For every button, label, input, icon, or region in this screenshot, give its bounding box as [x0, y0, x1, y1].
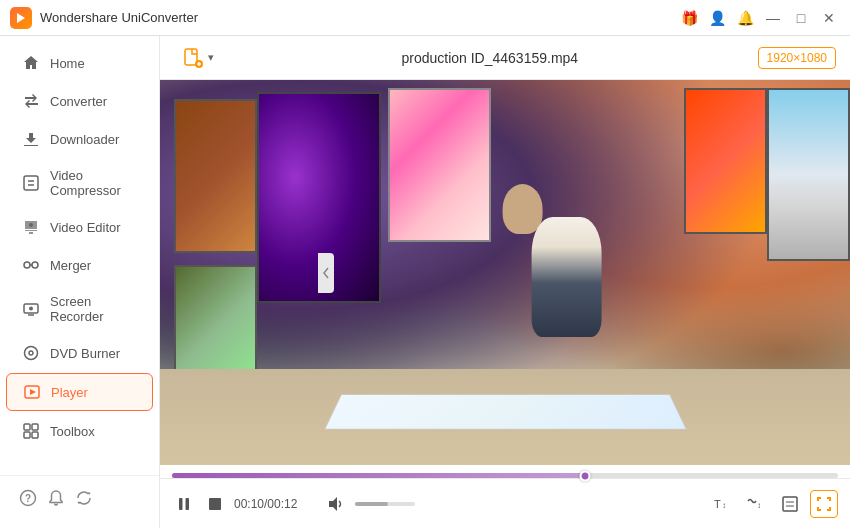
controls-right: T ↕ ↕: [708, 490, 838, 518]
converter-icon: [22, 92, 40, 110]
svg-rect-20: [186, 498, 190, 510]
svg-text:↕: ↕: [757, 501, 761, 510]
svg-rect-19: [179, 498, 183, 510]
sidebar-toggle[interactable]: [318, 253, 334, 293]
maximize-button[interactable]: □: [790, 7, 812, 29]
dropdown-arrow: ▾: [208, 51, 214, 64]
sidebar-item-dvd-burner[interactable]: DVD Burner: [6, 335, 153, 371]
volume-icon[interactable]: [321, 490, 349, 518]
sidebar-item-video-editor[interactable]: Video Editor: [6, 209, 153, 245]
add-file-button[interactable]: ▾: [174, 43, 222, 73]
gift-icon[interactable]: 🎁: [678, 7, 700, 29]
sidebar: Home Converter Downloader: [0, 36, 160, 528]
content-area: ▾ production ID_4463159.mp4 1920×1080: [160, 36, 850, 528]
sidebar-item-label-player: Player: [51, 385, 88, 400]
volume-slider[interactable]: [355, 502, 415, 506]
person-body: [532, 217, 602, 337]
svg-point-7: [25, 347, 38, 360]
sidebar-item-label-toolbox: Toolbox: [50, 424, 95, 439]
person-figure: [464, 184, 602, 396]
user-icon[interactable]: 👤: [706, 7, 728, 29]
volume-control: [321, 490, 415, 518]
sidebar-item-label-video-editor: Video Editor: [50, 220, 121, 235]
volume-fill: [355, 502, 388, 506]
audio-track-button[interactable]: ↕: [742, 490, 770, 518]
sidebar-item-screen-recorder[interactable]: Screen Recorder: [6, 285, 153, 333]
sidebar-item-home[interactable]: Home: [6, 45, 153, 81]
resolution-badge[interactable]: 1920×1080: [758, 47, 836, 69]
svg-rect-17: [185, 49, 197, 65]
home-icon: [22, 54, 40, 72]
painting-decoration: [767, 88, 850, 261]
app-logo: [10, 7, 32, 29]
window-controls: 🎁 👤 🔔 — □ ✕: [678, 7, 840, 29]
toolbox-icon: [22, 422, 40, 440]
sidebar-item-label-converter: Converter: [50, 94, 107, 109]
progress-thumb[interactable]: [579, 470, 590, 481]
sidebar-item-label-dvd-burner: DVD Burner: [50, 346, 120, 361]
svg-rect-13: [24, 432, 30, 438]
sidebar-item-player[interactable]: Player: [6, 373, 153, 411]
svg-rect-14: [32, 432, 38, 438]
svg-marker-0: [17, 13, 25, 23]
person-head: [503, 184, 543, 234]
sidebar-item-label-video-compressor: Video Compressor: [50, 168, 137, 198]
title-bar: Wondershare UniConverter 🎁 👤 🔔 — □ ✕: [0, 0, 850, 36]
subtitle-button[interactable]: T ↕: [708, 490, 736, 518]
sidebar-item-label-merger: Merger: [50, 258, 91, 273]
progress-fill: [172, 473, 585, 478]
svg-text:?: ?: [25, 493, 31, 504]
sidebar-item-downloader[interactable]: Downloader: [6, 121, 153, 157]
sidebar-item-video-compressor[interactable]: Video Compressor: [6, 159, 153, 207]
video-frame: [160, 80, 850, 465]
crop-button[interactable]: [776, 490, 804, 518]
fullscreen-button[interactable]: [810, 490, 838, 518]
notification-icon[interactable]: [44, 486, 68, 510]
painting-decoration: [684, 88, 767, 234]
sidebar-bottom: ?: [0, 475, 159, 520]
time-display: 00:10/00:12: [234, 497, 297, 511]
painting-decoration: [174, 99, 257, 253]
sidebar-item-converter[interactable]: Converter: [6, 83, 153, 119]
svg-rect-21: [209, 498, 221, 510]
file-name: production ID_4463159.mp4: [232, 50, 748, 66]
svg-marker-10: [30, 389, 36, 395]
main-layout: Home Converter Downloader: [0, 36, 850, 528]
bell-icon[interactable]: 🔔: [734, 7, 756, 29]
app-title: Wondershare UniConverter: [40, 10, 678, 25]
sidebar-item-merger[interactable]: Merger: [6, 247, 153, 283]
svg-marker-22: [329, 497, 337, 511]
svg-rect-11: [24, 424, 30, 430]
svg-rect-1: [24, 176, 38, 190]
stop-button[interactable]: [204, 493, 226, 515]
pause-button[interactable]: [172, 492, 196, 516]
minimize-button[interactable]: —: [762, 7, 784, 29]
svg-rect-12: [32, 424, 38, 430]
video-editor-icon: [22, 218, 40, 236]
svg-point-8: [29, 351, 33, 355]
paper: [324, 394, 687, 429]
sidebar-item-toolbox[interactable]: Toolbox: [6, 413, 153, 449]
dvd-burner-icon: [22, 344, 40, 362]
player-icon: [23, 383, 41, 401]
svg-point-6: [29, 307, 33, 311]
progress-row: [160, 465, 850, 478]
sidebar-item-label-home: Home: [50, 56, 85, 71]
close-button[interactable]: ✕: [818, 7, 840, 29]
sidebar-item-label-screen-recorder: Screen Recorder: [50, 294, 137, 324]
svg-point-4: [32, 262, 38, 268]
content-topbar: ▾ production ID_4463159.mp4 1920×1080: [160, 36, 850, 80]
sidebar-item-label-downloader: Downloader: [50, 132, 119, 147]
add-file-icon: [182, 47, 204, 69]
downloader-icon: [22, 130, 40, 148]
help-icon[interactable]: ?: [16, 486, 40, 510]
svg-point-2: [29, 223, 33, 227]
progress-track[interactable]: [172, 473, 838, 478]
svg-text:T: T: [714, 498, 721, 510]
svg-text:↕: ↕: [722, 501, 726, 510]
video-player-area[interactable]: [160, 80, 850, 465]
screen-recorder-icon: [22, 300, 40, 318]
controls-bar: 00:10/00:12 T ↕: [160, 478, 850, 528]
merger-icon: [22, 256, 40, 274]
refresh-icon[interactable]: [72, 486, 96, 510]
